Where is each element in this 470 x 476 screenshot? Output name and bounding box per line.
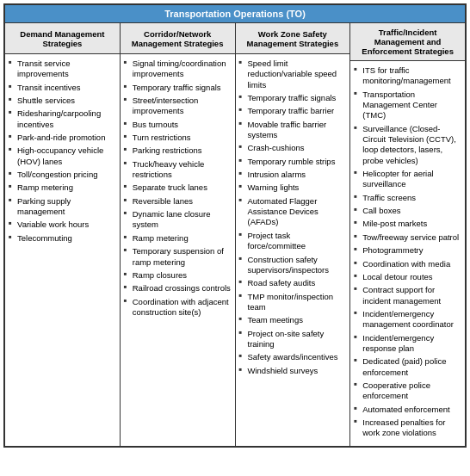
- list-item: Temporary traffic signals: [124, 83, 232, 93]
- list-item: Automated enforcement: [354, 405, 461, 415]
- list-item: Increased penalties for work zone violat…: [354, 417, 461, 439]
- list-item: Parking supply management: [9, 196, 116, 218]
- list-item: Helicopter for aerial surveillance: [354, 169, 461, 190]
- list-item: Safety awards/incentives: [239, 352, 347, 362]
- list-item: Team meetings: [239, 315, 347, 325]
- list-item: Intrusion alarms: [239, 170, 347, 180]
- list-item: Temporary suspension of ramp metering: [124, 246, 232, 268]
- col-body-traffic: ITS for traffic monitoring/managementTra…: [350, 61, 465, 446]
- list-item: Surveillance (Closed-Circuit Television …: [354, 124, 461, 166]
- list-item: Construction safety supervisors/inspecto…: [239, 255, 347, 276]
- list-item: Dedicated (paid) police enforcement: [354, 356, 461, 378]
- list-item: Traffic screens: [354, 193, 461, 203]
- column-corridor: Corridor/Network Management StrategiesSi…: [121, 23, 236, 446]
- col-header-corridor: Corridor/Network Management Strategies: [121, 23, 235, 54]
- list-item: ITS for traffic monitoring/management: [354, 65, 461, 87]
- list-item: Bus turnouts: [124, 120, 232, 130]
- list-item: Truck/heavy vehicle restrictions: [124, 159, 232, 181]
- columns-container: Demand Management StrategiesTransit serv…: [5, 23, 465, 446]
- col-list-demand: Transit service improvementsTransit ince…: [9, 59, 116, 244]
- list-item: Variable work hours: [9, 219, 116, 230]
- list-item: Turn restrictions: [124, 133, 232, 143]
- list-item: Road safety audits: [239, 278, 347, 288]
- column-traffic: Traffic/Incident Management and Enforcem…: [350, 23, 465, 446]
- list-item: Ramp metering: [9, 182, 116, 193]
- col-list-traffic: ITS for traffic monitoring/managementTra…: [354, 65, 461, 439]
- col-body-workzone: Speed limit reduction/variable speed lim…: [236, 54, 350, 383]
- list-item: Incident/emergency management coordinato…: [354, 309, 461, 331]
- col-header-demand: Demand Management Strategies: [5, 23, 120, 54]
- list-item: Contract support for incident management: [354, 285, 461, 306]
- list-item: Crash-cushions: [239, 143, 347, 153]
- list-item: Speed limit reduction/variable speed lim…: [239, 59, 347, 90]
- main-container: Transportation Operations (TO) Demand Ma…: [3, 3, 467, 448]
- list-item: Toll/congestion pricing: [9, 170, 116, 180]
- col-header-workzone: Work Zone Safety Management Strategies: [236, 23, 350, 54]
- list-item: Automated Flagger Assistance Devices (AF…: [239, 196, 347, 228]
- list-item: Separate truck lanes: [124, 182, 232, 193]
- list-item: Transit service improvements: [9, 59, 116, 80]
- list-item: Ramp metering: [124, 233, 232, 244]
- list-item: Temporary traffic signals: [239, 93, 347, 103]
- list-item: Call boxes: [354, 206, 461, 216]
- list-item: Temporary rumble strips: [239, 157, 347, 167]
- list-item: Temporary traffic barrier: [239, 106, 347, 116]
- list-item: Tow/freeway service patrol: [354, 232, 461, 243]
- list-item: Windshield surveys: [239, 366, 347, 376]
- list-item: Warning lights: [239, 182, 347, 193]
- list-item: Ridesharing/carpooling incentives: [9, 108, 116, 130]
- list-item: Local detour routes: [354, 272, 461, 282]
- list-item: Telecommuting: [9, 233, 116, 244]
- col-body-corridor: Signal timing/coordination improvementsT…: [121, 54, 235, 325]
- list-item: High-occupancy vehicle (HOV) lanes: [9, 145, 116, 167]
- col-header-traffic: Traffic/Incident Management and Enforcem…: [350, 23, 465, 61]
- list-item: Movable traffic barrier systems: [239, 120, 347, 141]
- col-list-workzone: Speed limit reduction/variable speed lim…: [239, 59, 347, 376]
- list-item: TMP monitor/inspection team: [239, 292, 347, 313]
- list-item: Signal timing/coordination improvements: [124, 59, 232, 80]
- list-item: Railroad crossings controls: [124, 283, 232, 294]
- list-item: Coordination with adjacent construction …: [124, 297, 232, 318]
- list-item: Mile-post markets: [354, 219, 461, 229]
- column-workzone: Work Zone Safety Management StrategiesSp…: [236, 23, 351, 446]
- list-item: Project on-site safety training: [239, 329, 347, 350]
- list-item: Project task force/committee: [239, 231, 347, 252]
- col-body-demand: Transit service improvementsTransit ince…: [5, 54, 120, 250]
- list-item: Parking restrictions: [124, 145, 232, 156]
- list-item: Incident/emergency response plan: [354, 333, 461, 355]
- list-item: Dynamic lane closure system: [124, 209, 232, 231]
- list-item: Park-and-ride promotion: [9, 133, 116, 143]
- list-item: Shuttle services: [9, 96, 116, 106]
- list-item: Ramp closures: [124, 270, 232, 281]
- list-item: Coordination with media: [354, 259, 461, 269]
- column-demand: Demand Management StrategiesTransit serv…: [5, 23, 121, 446]
- list-item: Transportation Management Center (TMC): [354, 90, 461, 121]
- list-item: Cooperative police enforcement: [354, 380, 461, 402]
- col-list-corridor: Signal timing/coordination improvementsT…: [124, 59, 232, 318]
- list-item: Street/intersection improvements: [124, 96, 232, 117]
- list-item: Reversible lanes: [124, 196, 232, 207]
- list-item: Transit incentives: [9, 83, 116, 93]
- list-item: Photogrammetry: [354, 245, 461, 256]
- main-header: Transportation Operations (TO): [5, 5, 465, 23]
